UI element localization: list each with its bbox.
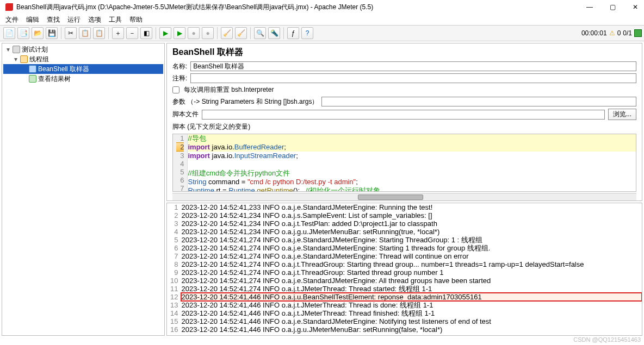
start-no-pause-button[interactable]: ▶ bbox=[174, 27, 185, 39]
reset-search-button[interactable]: 🔦 bbox=[268, 27, 280, 39]
menu-options[interactable]: 选项 bbox=[88, 15, 101, 24]
log-line: 2023-12-20 14:52:41,234 INFO o.a.j.g.u.J… bbox=[181, 228, 642, 236]
browse-button[interactable]: 浏览... bbox=[608, 109, 636, 120]
clear-all-button[interactable]: 🧹 bbox=[235, 27, 247, 39]
log-line: 2023-12-20 14:52:41,234 INFO o.a.j.t.Tes… bbox=[181, 219, 642, 228]
log-line: 2023-12-20 14:52:41,274 INFO o.a.j.e.Sta… bbox=[181, 244, 642, 252]
toolbar: 📄 📑 📂 💾 ✂ 📋 📋 ＋ － ◧ ▶ ▶ ● ● 🧹 🧹 🔍 🔦 ƒ ? … bbox=[0, 25, 644, 41]
window-title: BeanShell调用java代码.jmx (D:\Apache-Jmeter-… bbox=[16, 3, 586, 12]
log-line: 2023-12-20 14:52:41,233 INFO o.a.j.e.Sta… bbox=[181, 203, 642, 211]
log-line: 2023-12-20 14:52:41,446 INFO o.a.j.t.JMe… bbox=[181, 309, 642, 317]
log-line: 2023-12-20 14:52:41,446 INFO o.a.j.e.Sta… bbox=[181, 317, 642, 325]
test-plan-tree[interactable]: ▾测试计划 ▾线程组 BeanShell 取样器 查看结果树 bbox=[2, 43, 165, 336]
app-icon bbox=[5, 3, 13, 11]
tree-icon bbox=[29, 75, 36, 83]
panel-title: BeanShell 取样器 bbox=[167, 43, 642, 60]
shutdown-button[interactable]: ● bbox=[202, 27, 214, 39]
open-button[interactable]: 📂 bbox=[32, 27, 44, 39]
editor-scrollbar[interactable] bbox=[172, 193, 636, 200]
search-button[interactable]: 🔍 bbox=[254, 27, 266, 39]
flask-icon bbox=[13, 46, 20, 53]
log-line: 2023-12-20 14:52:41,274 INFO o.a.j.e.Sta… bbox=[181, 277, 642, 285]
tree-node-thread[interactable]: ▾线程组 bbox=[3, 54, 163, 64]
elapsed-time: 00:00:01 bbox=[581, 29, 607, 37]
script-file-input[interactable] bbox=[202, 110, 605, 120]
comment-input[interactable] bbox=[190, 73, 636, 83]
log-line: 2023-12-20 14:52:41,234 INFO o.a.j.s.Sam… bbox=[181, 211, 642, 219]
log-gutter: 12345678910111213141516 bbox=[167, 203, 181, 335]
log-panel[interactable]: 12345678910111213141516 2023-12-20 14:52… bbox=[166, 203, 642, 336]
warning-count: 0 bbox=[617, 29, 621, 37]
name-input[interactable] bbox=[190, 61, 636, 71]
tree-node-sampler[interactable]: BeanShell 取样器 bbox=[3, 64, 163, 74]
params-label: 参数 （-> String Parameters 和 String []bsh.… bbox=[172, 97, 318, 106]
tree-node-results[interactable]: 查看结果树 bbox=[3, 74, 163, 84]
close-button[interactable]: ✕ bbox=[632, 4, 639, 10]
help-button[interactable]: ? bbox=[301, 27, 313, 39]
new-button[interactable]: 📄 bbox=[3, 27, 15, 39]
watermark: CSDN @QQ1215451463 bbox=[573, 336, 641, 343]
log-line: 2023-12-20 14:52:41,446 INFO o.a.j.g.u.J… bbox=[181, 325, 642, 334]
gear-icon bbox=[20, 55, 28, 63]
title-bar: BeanShell调用java代码.jmx (D:\Apache-Jmeter-… bbox=[0, 0, 644, 14]
log-line: 2023-12-20 14:52:41,274 INFO o.a.j.t.Thr… bbox=[181, 260, 642, 268]
maximize-button[interactable]: ▢ bbox=[609, 4, 616, 10]
expand-button[interactable]: ＋ bbox=[112, 27, 124, 39]
line-gutter: 12345678910 bbox=[173, 134, 188, 191]
script-label: 脚本 (见下文所定义的变量) bbox=[172, 122, 250, 131]
params-input[interactable] bbox=[321, 97, 636, 106]
run-indicator-icon bbox=[634, 29, 642, 37]
start-button[interactable]: ▶ bbox=[159, 27, 171, 39]
menu-tools[interactable]: 工具 bbox=[109, 15, 122, 24]
minimize-button[interactable]: — bbox=[586, 4, 593, 10]
log-line: 2023-12-20 14:52:41,274 INFO o.a.j.t.Thr… bbox=[181, 268, 642, 277]
copy-button[interactable]: 📋 bbox=[79, 27, 91, 39]
menu-help[interactable]: 帮助 bbox=[129, 15, 143, 24]
save-button[interactable]: 💾 bbox=[46, 27, 58, 39]
reset-label: 每次调用前重置 bsh.Interpreter bbox=[184, 85, 274, 95]
log-line: 2023-12-20 14:52:41,274 INFO o.a.j.e.Sta… bbox=[181, 252, 642, 260]
log-line: 2023-12-20 14:52:41,274 INFO o.a.j.t.JMe… bbox=[181, 285, 642, 293]
script-editor[interactable]: 12345678910 //导包 import java.io.Buffered… bbox=[172, 134, 636, 192]
script-file-label: 脚本文件 bbox=[172, 110, 199, 119]
menu-bar: 文件 编辑 查找 运行 选项 工具 帮助 bbox=[0, 14, 644, 25]
stop-button[interactable]: ● bbox=[188, 27, 200, 39]
sampler-panel: BeanShell 取样器 名称: 注释: 每次调用前重置 bsh.Interp… bbox=[166, 43, 642, 201]
paste-button[interactable]: 📋 bbox=[93, 27, 105, 39]
collapse-button[interactable]: － bbox=[126, 27, 138, 39]
warning-icon: ⚠ bbox=[609, 29, 615, 37]
log-line: 2023-12-20 14:52:41,274 INFO o.a.j.e.Sta… bbox=[181, 236, 642, 244]
pipette-icon bbox=[29, 65, 36, 73]
menu-file[interactable]: 文件 bbox=[5, 15, 18, 24]
name-label: 名称: bbox=[172, 62, 187, 71]
log-line-highlighted: 2023-12-20 14:52:41,446 INFO o.a.j.u.Bea… bbox=[181, 293, 642, 301]
reset-checkbox[interactable] bbox=[172, 86, 179, 93]
cut-button[interactable]: ✂ bbox=[65, 27, 77, 39]
thread-count: 0/1 bbox=[623, 29, 632, 37]
tree-node-plan[interactable]: ▾测试计划 bbox=[3, 45, 163, 54]
toggle-button[interactable]: ◧ bbox=[140, 27, 152, 39]
menu-run[interactable]: 运行 bbox=[67, 15, 81, 24]
clear-button[interactable]: 🧹 bbox=[221, 27, 233, 39]
comment-label: 注释: bbox=[172, 74, 187, 83]
menu-search[interactable]: 查找 bbox=[47, 15, 60, 24]
function-helper-button[interactable]: ƒ bbox=[287, 27, 299, 39]
log-line: 2023-12-20 14:52:41,446 INFO o.a.j.t.JMe… bbox=[181, 301, 642, 309]
templates-button[interactable]: 📑 bbox=[17, 27, 29, 39]
menu-edit[interactable]: 编辑 bbox=[26, 15, 39, 24]
